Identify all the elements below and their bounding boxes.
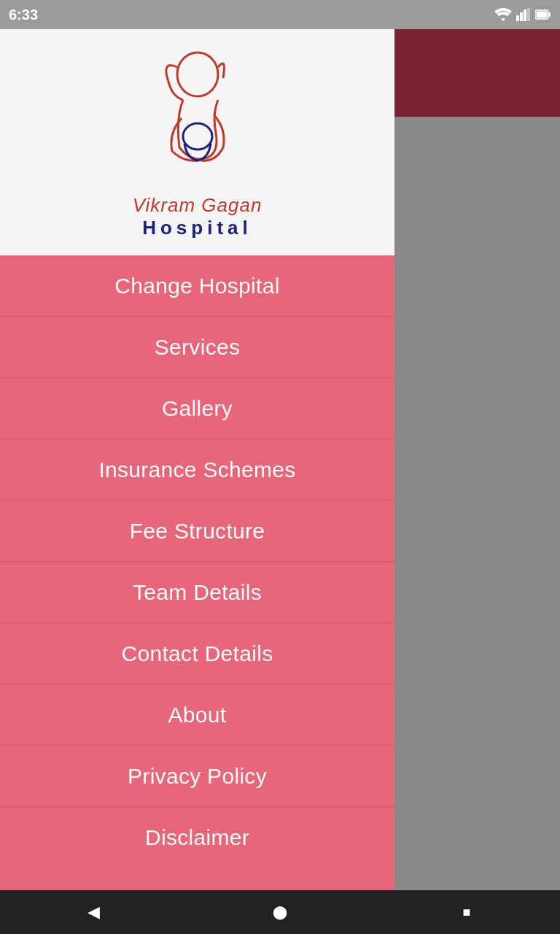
hospital-logo — [132, 45, 263, 191]
svg-rect-1 — [520, 12, 523, 21]
back-icon: ◀ — [88, 903, 100, 922]
nav-item-change-hospital[interactable]: Change Hospital — [0, 255, 394, 317]
nav-item-contact-details[interactable]: Contact Details — [0, 623, 394, 684]
right-panel-top — [394, 29, 560, 117]
svg-rect-2 — [524, 9, 526, 21]
svg-point-7 — [177, 53, 218, 96]
wifi-icon — [494, 8, 512, 21]
main-area: Vikram Gagan Hospital Change HospitalSer… — [0, 29, 560, 890]
status-time: 6:33 — [9, 7, 38, 23]
svg-point-8 — [183, 123, 212, 150]
bottom-nav: ◀ ⬤ ■ — [0, 890, 560, 934]
nav-item-team-details[interactable]: Team Details — [0, 562, 394, 623]
drawer: Vikram Gagan Hospital Change HospitalSer… — [0, 29, 394, 890]
nav-item-privacy-policy[interactable]: Privacy Policy — [0, 746, 394, 807]
svg-rect-0 — [516, 15, 519, 21]
nav-item-services[interactable]: Services — [0, 317, 394, 378]
nav-label-fee-structure: Fee Structure — [130, 519, 265, 544]
hospital-name-line2: Hospital — [142, 217, 252, 239]
nav-item-about[interactable]: About — [0, 684, 394, 746]
nav-label-change-hospital: Change Hospital — [114, 274, 279, 298]
drawer-header: Vikram Gagan Hospital — [0, 29, 394, 255]
svg-rect-5 — [548, 12, 551, 17]
nav-label-contact-details: Contact Details — [122, 641, 273, 666]
home-button[interactable]: ⬤ — [251, 898, 309, 927]
battery-icon — [535, 9, 551, 20]
svg-rect-3 — [527, 8, 530, 21]
nav-item-disclaimer[interactable]: Disclaimer — [0, 807, 394, 868]
nav-item-gallery[interactable]: Gallery — [0, 378, 394, 439]
nav-label-privacy-policy: Privacy Policy — [128, 764, 267, 789]
recents-icon: ■ — [463, 905, 471, 920]
right-panel — [394, 29, 560, 890]
nav-label-services: Services — [155, 335, 240, 360]
nav-label-gallery: Gallery — [162, 396, 233, 421]
status-bar: 6:33 — [0, 0, 560, 29]
nav-list: Change HospitalServicesGalleryInsurance … — [0, 255, 394, 890]
hospital-name-line1: Vikram Gagan — [133, 194, 262, 217]
nav-label-insurance-schemes: Insurance Schemes — [98, 458, 295, 482]
recents-button[interactable]: ■ — [438, 898, 496, 927]
status-icons — [494, 8, 551, 21]
nav-label-disclaimer: Disclaimer — [145, 825, 249, 850]
svg-rect-6 — [537, 12, 548, 18]
back-button[interactable]: ◀ — [64, 898, 122, 927]
nav-label-about: About — [168, 703, 227, 727]
home-icon: ⬤ — [273, 904, 287, 920]
nav-item-insurance-schemes[interactable]: Insurance Schemes — [0, 439, 394, 501]
nav-label-team-details: Team Details — [133, 580, 262, 605]
nav-item-fee-structure[interactable]: Fee Structure — [0, 501, 394, 562]
signal-icon — [516, 8, 531, 21]
